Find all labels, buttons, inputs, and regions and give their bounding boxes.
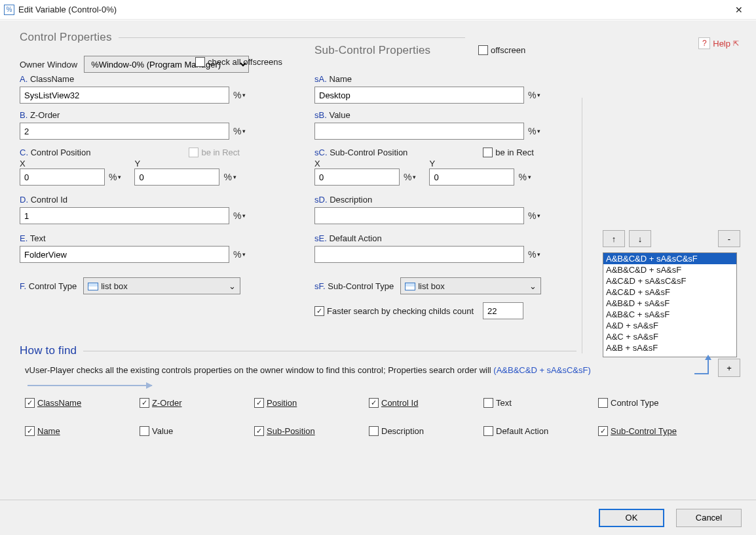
owner-window-label: Owner Window: [20, 60, 77, 69]
chk-classname[interactable]: ✓ClassName: [25, 398, 140, 408]
classname-pct-menu[interactable]: % ▾: [233, 90, 246, 100]
howto-formula: (A&B&C&D + sA&sC&sF): [493, 365, 590, 375]
sE-label: Default Action: [329, 233, 381, 243]
checkbox-icon: [483, 426, 493, 436]
check-all-offscreens-checkbox[interactable]: check all offscreens: [195, 57, 282, 67]
cancel-button[interactable]: Cancel: [676, 509, 742, 527]
chk-zorder[interactable]: ✓Z-Order: [140, 398, 254, 408]
control-pos-y-input[interactable]: [134, 168, 219, 186]
sub-pos-x-input[interactable]: [314, 168, 400, 186]
chk-zorder-label: Z-Order: [152, 398, 182, 408]
close-button[interactable]: ✕: [726, 1, 752, 19]
be-in-rect-checkbox-sC[interactable]: be in Rect: [483, 148, 534, 157]
move-up-button[interactable]: ↑: [603, 230, 625, 247]
checkbox-icon: [483, 398, 493, 408]
faster-search-checkbox[interactable]: ✓ Faster search by checking childs count: [314, 306, 474, 316]
checkbox-icon: [369, 426, 379, 436]
caret-down-icon: ▾: [242, 92, 246, 98]
sub-control-type-combo[interactable]: list box ⌄: [400, 277, 541, 294]
chk-position[interactable]: ✓Position: [254, 398, 369, 408]
chk-controltype[interactable]: Control Type: [598, 398, 713, 408]
formula-item[interactable]: A&B&C + sA&sF: [603, 309, 736, 320]
sub-pos-y-input[interactable]: [429, 168, 514, 186]
sub-default-action-input[interactable]: [314, 246, 524, 263]
help-link[interactable]: ? Help ⇱: [698, 37, 739, 49]
listbox-icon: [405, 283, 415, 290]
ok-button[interactable]: OK: [599, 509, 664, 527]
sB-pct-menu[interactable]: % ▾: [528, 126, 540, 136]
control-type-value: list box: [101, 281, 127, 291]
offscreen-checkbox[interactable]: offscreen: [478, 45, 525, 55]
formula-listbox[interactable]: A&B&C&D + sA&sC&sFA&B&C&D + sA&sFA&C&D +…: [603, 252, 737, 357]
cx-pct-menu[interactable]: % ▾: [109, 172, 121, 182]
C-prefix: C.: [20, 148, 28, 157]
formula-item[interactable]: A&C&D + sA&sC&sF: [603, 275, 736, 287]
remove-button[interactable]: -: [718, 230, 740, 247]
text-pct-menu[interactable]: % ▾: [233, 249, 246, 260]
formula-item[interactable]: A&B&D + sA&sF: [603, 298, 736, 309]
sE-prefix: sE.: [314, 233, 327, 243]
checkbox-icon: ✓: [369, 398, 379, 408]
how-to-find-title: How to find: [20, 344, 77, 357]
checkbox-icon: ✓: [254, 426, 264, 436]
text-input[interactable]: [20, 246, 229, 263]
caret-down-icon: ⌄: [229, 281, 236, 291]
scy-pct-menu[interactable]: % ▾: [518, 172, 531, 182]
zorder-input[interactable]: [20, 123, 229, 140]
sub-value-input[interactable]: [314, 123, 524, 140]
sub-name-input[interactable]: [314, 87, 524, 104]
chk-text[interactable]: Text: [483, 398, 598, 408]
formula-item[interactable]: A&B&C&D + sA&sF: [603, 264, 736, 275]
E-prefix: E.: [20, 233, 28, 243]
vertical-divider: [582, 98, 582, 353]
sA-pct-menu[interactable]: % ▾: [528, 90, 540, 100]
chk-subcontroltype[interactable]: ✓Sub-Control Type: [598, 426, 713, 436]
childs-count-input[interactable]: [483, 302, 523, 319]
control-type-combo[interactable]: list box ⌄: [83, 277, 240, 294]
cy-pct-menu[interactable]: % ▾: [223, 172, 236, 182]
caret-down-icon: ▾: [528, 174, 531, 180]
checkbox-icon: [483, 148, 493, 157]
checkbox-icon: ✓: [314, 306, 324, 316]
sub-control-properties-title: Sub-Control Properties: [314, 44, 430, 57]
sub-control-type-value: list box: [418, 281, 444, 291]
control-id-input[interactable]: [20, 207, 229, 224]
sD-pct-menu[interactable]: % ▾: [528, 210, 540, 221]
chk-defaultaction-label: Default Action: [496, 426, 548, 436]
formula-item[interactable]: A&B + sA&sF: [603, 342, 736, 353]
order-arrow-icon: [28, 385, 152, 386]
sE-pct-menu[interactable]: % ▾: [528, 249, 540, 260]
caret-down-icon: ▾: [242, 251, 246, 258]
divider: [119, 37, 465, 38]
add-button[interactable]: +: [718, 359, 740, 377]
classname-input[interactable]: [20, 87, 229, 104]
zorder-pct-menu[interactable]: % ▾: [233, 126, 246, 136]
checkbox-icon: ✓: [140, 398, 149, 408]
controlid-pct-menu[interactable]: % ▾: [233, 210, 246, 221]
move-down-button[interactable]: ↓: [629, 230, 651, 247]
chk-name[interactable]: ✓Name: [25, 426, 140, 436]
control-pos-x-input[interactable]: [20, 168, 105, 186]
dialog-body: Control Properties ? Help ⇱ Owner Window…: [0, 20, 756, 535]
sA-prefix: sA.: [314, 74, 327, 84]
formula-item[interactable]: A&C&D + sA&sF: [603, 287, 736, 298]
chk-text-label: Text: [496, 398, 512, 408]
chk-value[interactable]: Value: [140, 426, 254, 436]
scx-pct-menu[interactable]: % ▾: [404, 172, 416, 182]
chk-subcontroltype-label: Sub-Control Type: [611, 426, 677, 436]
formula-item[interactable]: A&C + sA&sF: [603, 331, 736, 342]
formula-item[interactable]: A&B&C&D + sA&sC&sF: [603, 253, 736, 264]
chk-description-label: Description: [381, 426, 424, 436]
sub-description-input[interactable]: [314, 207, 524, 224]
chk-subposition[interactable]: ✓Sub-Position: [254, 426, 369, 436]
C-label: Control Position: [31, 148, 91, 157]
chk-controlid[interactable]: ✓Control Id: [369, 398, 483, 408]
checkbox-icon: [189, 148, 198, 157]
formula-item[interactable]: A&D + sA&sF: [603, 320, 736, 331]
checkbox-icon: ✓: [254, 398, 264, 408]
help-label: Help: [713, 39, 730, 49]
chk-defaultaction[interactable]: Default Action: [483, 426, 598, 436]
chk-description[interactable]: Description: [369, 426, 483, 436]
chk-controltype-label: Control Type: [611, 398, 658, 408]
sF-label: Sub-Control Type: [328, 281, 394, 291]
